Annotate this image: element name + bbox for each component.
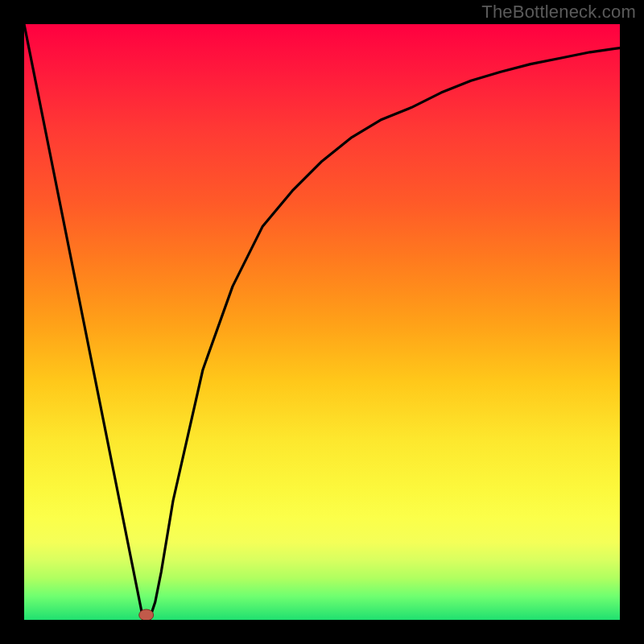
attribution-label: TheBottleneck.com (481, 2, 636, 23)
curve-layer (24, 24, 620, 620)
bottleneck-curve (24, 24, 620, 620)
plot-area (24, 24, 620, 620)
chart-container: TheBottleneck.com (0, 0, 644, 644)
marker-dot (139, 609, 154, 620)
